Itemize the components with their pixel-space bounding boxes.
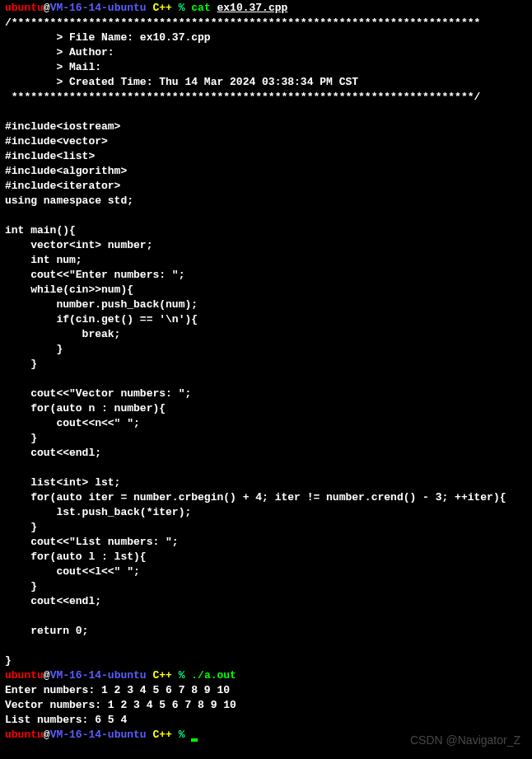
code-line: list<int> lst; xyxy=(5,476,527,490)
comment-filename: > File Name: ex10.37.cpp xyxy=(5,30,527,45)
code-line: } xyxy=(5,357,527,372)
blank-line xyxy=(5,609,527,624)
code-line: } xyxy=(5,654,527,668)
include-list: #include<list> xyxy=(5,149,527,164)
terminal-output: ubuntu@VM-16-14-ubuntu C++ % cat ex10.37… xyxy=(5,1,527,743)
prompt-user: ubuntu xyxy=(5,2,44,14)
comment-bottom: ****************************************… xyxy=(5,90,527,105)
main-decl: int main(){ xyxy=(5,223,527,238)
blank-line xyxy=(5,639,527,654)
code-line: cout<<endl; xyxy=(5,446,527,461)
code-line: lst.push_back(*iter); xyxy=(5,505,527,520)
command-cat: cat xyxy=(191,2,217,14)
prompt-dir: C++ xyxy=(147,669,172,682)
code-line: cout<<l<<" "; xyxy=(5,565,527,579)
code-line: cout<<"Vector numbers: "; xyxy=(5,387,527,401)
code-line: vector<int> number; xyxy=(5,238,527,253)
prompt-line-2[interactable]: ubuntu@VM-16-14-ubuntu C++ % ./a.out xyxy=(5,668,527,683)
code-line: } xyxy=(5,579,527,594)
watermark-text: CSDN @Navigator_Z xyxy=(410,733,520,747)
prompt-host: VM-16-14-ubuntu xyxy=(50,2,147,14)
code-line: if(cin.get() == '\n'){ xyxy=(5,312,527,327)
prompt-dir: C++ xyxy=(147,729,172,741)
comment-top: /***************************************… xyxy=(5,16,527,30)
code-line: number.push_back(num); xyxy=(5,298,527,312)
prompt-host: VM-16-14-ubuntu xyxy=(50,669,147,682)
prompt-at: @ xyxy=(44,669,50,682)
prompt-dir: C++ xyxy=(147,2,172,14)
prompt-sep: % xyxy=(172,729,191,741)
prompt-user: ubuntu xyxy=(5,669,44,682)
prompt-at: @ xyxy=(44,729,50,741)
output-enter: Enter numbers: 1 2 3 4 5 6 7 8 9 10 xyxy=(5,683,527,698)
code-line: for(auto l : lst){ xyxy=(5,550,527,565)
blank-line xyxy=(5,105,527,119)
code-line: return 0; xyxy=(5,624,527,639)
code-line: for(auto n : number){ xyxy=(5,401,527,416)
code-line: while(cin>>num){ xyxy=(5,283,527,298)
include-algorithm: #include<algorithm> xyxy=(5,164,527,179)
code-line: cout<<"List numbers: "; xyxy=(5,535,527,550)
prompt-user: ubuntu xyxy=(5,729,44,741)
code-line: cout<<"Enter numbers: "; xyxy=(5,268,527,283)
code-line: for(auto iter = number.crbegin() + 4; it… xyxy=(5,490,527,505)
comment-created: > Created Time: Thu 14 Mar 2024 03:38:34… xyxy=(5,75,527,90)
comment-mail: > Mail: xyxy=(5,60,527,75)
prompt-line-1[interactable]: ubuntu@VM-16-14-ubuntu C++ % cat ex10.37… xyxy=(5,1,527,16)
include-iostream: #include<iostream> xyxy=(5,119,527,134)
include-vector: #include<vector> xyxy=(5,134,527,149)
using-namespace: using namespace std; xyxy=(5,194,527,208)
command-run: ./a.out xyxy=(191,669,236,682)
code-line: cout<<endl; xyxy=(5,594,527,609)
code-line: cout<<n<<" "; xyxy=(5,416,527,431)
code-line: } xyxy=(5,520,527,535)
prompt-sep: % xyxy=(172,669,191,682)
comment-author: > Author: xyxy=(5,45,527,60)
blank-line xyxy=(5,461,527,476)
include-iterator: #include<iterator> xyxy=(5,179,527,194)
code-line: } xyxy=(5,342,527,357)
code-line: break; xyxy=(5,327,527,342)
output-vector: Vector numbers: 1 2 3 4 5 6 7 8 9 10 xyxy=(5,698,527,713)
blank-line xyxy=(5,208,527,223)
code-line: } xyxy=(5,431,527,446)
prompt-host: VM-16-14-ubuntu xyxy=(50,729,147,741)
cursor-icon xyxy=(191,738,198,742)
prompt-sep: % xyxy=(172,2,191,14)
blank-line xyxy=(5,372,527,387)
prompt-at: @ xyxy=(44,2,50,14)
command-arg: ex10.37.cpp xyxy=(217,2,288,14)
output-list: List numbers: 6 5 4 xyxy=(5,713,527,728)
code-line: int num; xyxy=(5,253,527,268)
